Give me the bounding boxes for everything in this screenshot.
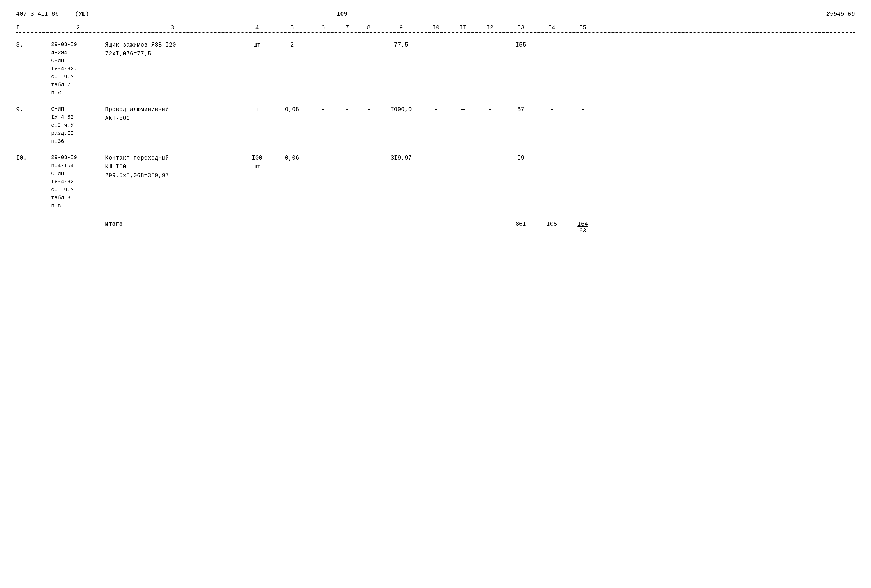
col-h-11: II (449, 24, 476, 31)
row-c11-10: - (449, 154, 476, 163)
row-c10-10: - (423, 154, 449, 163)
row-c11-8: - (449, 40, 476, 49)
row-num-9: 9. (16, 105, 51, 114)
col-h-4: 4 (239, 24, 275, 31)
row-c8-9: - (358, 105, 380, 114)
row-c12-10: - (476, 154, 503, 163)
row-unit-10: I00 шт (239, 154, 275, 171)
total-row: Итого 86I I05 I64 63 (16, 221, 855, 234)
col-h-14: I4 (538, 24, 565, 31)
row-c9-10: 3I9,97 (380, 154, 423, 163)
row-name-9: Провод алюминиевый АКП-500 (105, 105, 239, 123)
total-c15-numerator: I64 (577, 221, 588, 228)
row-c13-8: I55 (503, 40, 538, 49)
center-code: I09 (337, 11, 347, 18)
row-unit-8: шт (239, 40, 275, 49)
col-h-6: 6 (310, 24, 337, 31)
col-h-1: I (16, 24, 51, 31)
row-c7-9: - (337, 105, 358, 114)
row-c7-10: - (337, 154, 358, 163)
row-c14-9: - (538, 105, 565, 114)
row-name-10: Контакт переходный КШ-I00 299,5хI,068=3I… (105, 154, 239, 180)
row-c10-8: - (423, 40, 449, 49)
section-label: (УШ) (75, 11, 89, 18)
row-unit-9: т (239, 105, 275, 114)
row-qty-8: 2 (275, 40, 310, 49)
col-h-10: I0 (423, 24, 449, 31)
row-c13-10: I9 (503, 154, 538, 163)
col-h-13: I3 (503, 24, 538, 31)
row-num-10: I0. (16, 154, 51, 163)
row-c7-8: - (337, 40, 358, 49)
col-h-8: 8 (358, 24, 380, 31)
total-label: Итого (105, 221, 239, 228)
total-c13: 86I (503, 221, 538, 228)
row-ref-9: СНИП IУ-4-82 с.I ч.У разд.II п.36 (51, 105, 105, 146)
row-c6-9: - (310, 105, 337, 114)
row-c12-9: - (476, 105, 503, 114)
row-c15-10: - (565, 154, 600, 163)
row-c15-9: - (565, 105, 600, 114)
row-c15-8: - (565, 40, 600, 49)
row-name-8: Ящик зажимов ЯЗВ-I20 72хI,076=77,5 (105, 40, 239, 58)
col-h-15: I5 (565, 24, 600, 31)
total-c14: I05 (538, 221, 565, 228)
row-c8-8: - (358, 40, 380, 49)
table-body: 8. 29-03-I9 4-294 СНИП IУ-4-82, с.I ч.У … (16, 40, 855, 210)
row-c9-9: I090,0 (380, 105, 423, 114)
row-c6-8: - (310, 40, 337, 49)
col-h-12: I2 (476, 24, 503, 31)
col-h-9: 9 (380, 24, 423, 31)
row-c11-9: — (449, 105, 476, 114)
row-ref-8: 29-03-I9 4-294 СНИП IУ-4-82, с.I ч.У таб… (51, 40, 105, 97)
column-header-row: I 2 3 4 5 6 7 8 9 I0 II I2 I3 I4 I5 (16, 23, 855, 33)
col-h-2: 2 (51, 24, 105, 31)
total-c15-denominator: 63 (579, 228, 586, 234)
table-row: 9. СНИП IУ-4-82 с.I ч.У разд.II п.36 Про… (16, 105, 855, 146)
col-h-7: 7 (337, 24, 358, 31)
row-qty-9: 0,08 (275, 105, 310, 114)
right-code: 25545-06 (826, 11, 855, 18)
page-header: 407-3-4II 86 (УШ) I09 25545-06 (16, 11, 855, 18)
row-c9-8: 77,5 (380, 40, 423, 49)
row-c14-10: - (538, 154, 565, 163)
row-c10-9: - (423, 105, 449, 114)
row-c6-10: - (310, 154, 337, 163)
col-h-5: 5 (275, 24, 310, 31)
row-c12-8: - (476, 40, 503, 49)
doc-number: 407-3-4II 86 (16, 11, 59, 18)
table-row: I0. 29-03-I9 п.4-I54 СНИП IУ-4-82 с.I ч.… (16, 154, 855, 210)
row-qty-10: 0,06 (275, 154, 310, 163)
col-h-3: 3 (105, 24, 239, 31)
row-ref-10: 29-03-I9 п.4-I54 СНИП IУ-4-82 с.I ч.У та… (51, 154, 105, 210)
row-c8-10: - (358, 154, 380, 163)
row-num-8: 8. (16, 40, 51, 49)
row-c14-8: - (538, 40, 565, 49)
row-c13-9: 87 (503, 105, 538, 114)
table-row: 8. 29-03-I9 4-294 СНИП IУ-4-82, с.I ч.У … (16, 40, 855, 97)
total-c15: I64 63 (565, 221, 600, 234)
